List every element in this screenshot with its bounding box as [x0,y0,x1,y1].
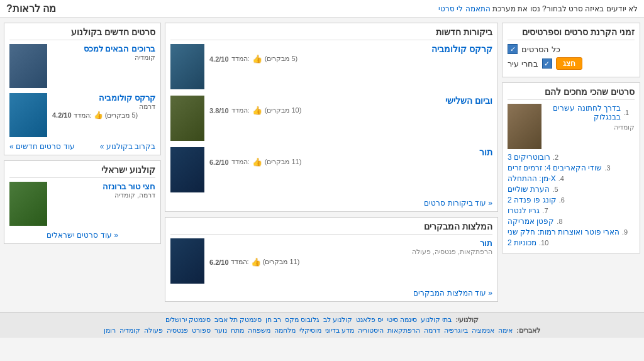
footer-link[interactable]: יס פלאנט [356,316,383,324]
movie-link[interactable]: הארי פוטר ואוצרות רמות: חלק שני [508,228,619,236]
more-coming-soon-link[interactable]: בקרוב בקולנוע » [100,142,155,151]
list-item: 4. X-מן: ההתחלה [508,174,635,183]
theater-info: ברוכים הבאים למכס קומדיה [52,44,155,62]
list-item: 7. גריו לנטרו [508,206,635,215]
top-bar: לא יודעים באיזה סרט לבחור? נסו את מערכת … [0,0,644,18]
movie-thumbnail [9,93,47,137]
genre-link[interactable]: קומדיה [119,326,140,335]
reviews-section: ביקורות חדשות קרקס קולומביה (5 מבקרים) 👍… [165,23,498,212]
thumb-up-icon: 👍 [252,157,262,167]
more-recommendations-link[interactable]: « עוד המלצות המבקרים [170,289,492,297]
genre-link[interactable]: מלחמה [274,326,296,335]
list-item: 1. בדרך לחתונה עשרים בבנגלוק [545,104,635,121]
list-item: 6. קונג פו פנדה 2 [508,196,635,204]
more-reviews-link[interactable]: « עוד ביקורות סרטים [170,199,492,208]
recommend-info: תור הרפתקאות, פנטסיה, פעולה (11 מבקרים) … [209,238,492,267]
genre-link[interactable]: מתח [231,326,244,335]
israeli-cinema-section: קולנוע ישראלי חצי טור ברונזה דרמה, קומדי… [4,160,161,244]
movie-link[interactable]: גריו לנטרו [508,206,540,215]
theater-item: קרקס קולומביה דרמה (5 מבקרים) 👍 :המדד 4.… [9,93,155,137]
filter-movies-label: כל הסרטים [521,45,560,54]
thumb-up-icon: 👍 [251,257,261,267]
thumb-up-icon: 👍 [252,54,262,64]
now-playing-section: סרטים חדשים בקולנוע ברוכים הבאים למכס קו… [4,23,161,155]
footer-link[interactable]: גלובוס מקס [285,316,319,324]
thumb-up-icon: 👍 [252,106,262,115]
list-item: 9. הארי פוטר ואוצרות רמות: חלק שני [508,228,635,236]
review-item: קרקס קולומביה (5 מבקרים) 👍 :המדד 4.2/10 [170,44,492,89]
review-link[interactable]: תור [479,147,492,157]
movie-link[interactable]: קונג פו פנדה 2 [508,196,557,204]
theater-link[interactable]: חצי טור ברונזה [103,182,155,191]
main-content: זמני הקרנת סרטים וספרטיסים כל הסרטים ✓ ח… [0,18,644,312]
movie-thumbnail [170,96,204,141]
movie-link[interactable]: הערת שוליים [508,185,550,194]
checkbox-movies[interactable]: ✓ [508,44,518,54]
genre-link[interactable]: מדע בדיוני [325,326,354,335]
genre-link[interactable]: פנטסיה [167,326,188,335]
footer-link[interactable]: סינמטק ירושלים [165,316,211,324]
movie-link[interactable]: מכוניות 2 [508,238,536,247]
rating-line: (11 מבקרים) 👍 :המדד 6.2/10 [209,257,492,267]
top-movies-section: סרטים שהכי מחכים להם 1. בדרך לחתונה עשרי… [502,82,640,253]
recommend-item: תור הרפתקאות, פנטסיה, פעולה (11 מבקרים) … [170,238,492,284]
movie-thumbnail [9,182,47,226]
movie-link[interactable]: שודי הקאריבים 4: זרמים זרים [508,164,602,172]
filter-row-movies: כל הסרטים ✓ [508,44,635,54]
footer-link[interactable]: סינמטק תל אביב [214,316,262,324]
genre-link[interactable]: ספורט [192,326,211,335]
review-link[interactable]: קרקס קולומביה [431,44,492,54]
movie-link[interactable]: בדרך לחתונה עשרים בבנגלוק [545,104,621,121]
list-item: 10. מכוניות 2 [508,238,635,247]
recommendations-section: המלצות המבקרים תור הרפתקאות, פנטסיה, פעו… [165,217,498,302]
help-link[interactable]: התאמה לי סרטי [438,4,491,13]
more-israeli-link[interactable]: « עוד סרטים ישראלים [9,231,155,240]
genre-link[interactable]: הרפתקאות [387,326,420,335]
genre-link[interactable]: ביוגרפיה [444,326,468,335]
filter-section: זמני הקרנת סרטים וספרטיסים כל הסרטים ✓ ח… [502,23,640,77]
genre-link[interactable]: מוסיקלי [299,326,321,335]
theater-info: חצי טור ברונזה דרמה, קומדיה [52,182,155,199]
genre-link[interactable]: דרמה [424,326,440,335]
footer-link[interactable]: קולנוע לב [323,316,352,324]
show-button[interactable]: חצג [556,57,582,70]
movie-thumbnail [170,238,204,284]
theater-link[interactable]: ברוכים הבאים למכס [84,44,155,53]
movie-link[interactable]: קפטן אמריקה [508,217,554,226]
footer-link[interactable]: בתי קולנוע [421,316,452,324]
review-info: וביום השלישי (10 מבקרים) 👍 :המדד 3.8/10 [209,96,492,115]
recommend-link[interactable]: תור [480,238,492,248]
movie-link[interactable]: X-מן: ההתחלה [508,174,556,183]
footer-genres: לאברים: אימה אנימציה ביוגרפיה דרמה הרפתק… [6,326,638,335]
review-meta: (10 מבקרים) 👍 :המדד 3.8/10 [209,106,492,115]
genre-link[interactable]: אנימציה [472,326,494,335]
genre-link[interactable]: רומן [104,326,116,335]
footer-cinemas: קולנועי: בתי קולנוע סינמה סיטי יס פלאנט … [6,316,638,324]
theater-item: חצי טור ברונזה דרמה, קומדיה [9,182,155,226]
genre-link[interactable]: פעולה [144,326,163,335]
movie-thumbnail [508,104,541,149]
filter-row-city: חצג ✓ בחרי עיר [508,57,635,70]
israeli-title: קולנוע ישראלי [9,165,155,178]
theater-link[interactable]: קרקס קולומביה [99,93,155,103]
genre-link[interactable]: אימה [498,326,513,335]
top-movies-title: סרטים שהכי מחכים להם [508,87,635,100]
genre-link[interactable]: היסטוריה [358,326,384,335]
list-item: 2. רובוטריקים 3 [508,153,635,162]
footer-link[interactable]: רב חן [265,316,281,324]
theater-item: ברוכים הבאים למכס קומדיה [9,44,155,88]
more-new-movies-link[interactable]: עוד סרטים חדשים » [9,142,75,151]
filter-city-label: בחרי עיר [508,59,538,69]
review-item: תור (11 מבקרים) 👍 :המדד 6.2/10 [170,147,492,192]
footer-link[interactable]: סינמה סיטי [387,316,417,324]
thumb-up-icon: 👍 [94,111,103,119]
movie-thumbnail [170,44,204,89]
checkbox-city[interactable]: ✓ [542,58,552,69]
site-title: מה לראות? [6,3,56,14]
genre-link[interactable]: נוער [214,326,227,335]
movie-link[interactable]: רובוטריקים 3 [508,153,550,162]
left-column: זמני הקרנת סרטים וספרטיסים כל הסרטים ✓ ח… [502,23,640,307]
genre-link[interactable]: משפחה [248,326,270,335]
review-info: קרקס קולומביה (5 מבקרים) 👍 :המדד 4.2/10 [209,44,492,64]
review-link[interactable]: וביום השלישי [445,96,492,106]
